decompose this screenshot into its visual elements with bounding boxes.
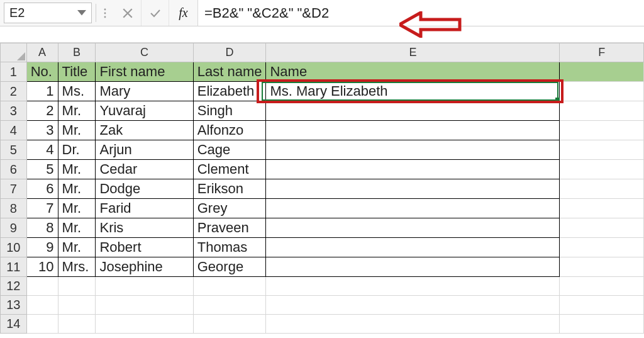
cell-A11[interactable]: 10 bbox=[26, 257, 58, 277]
cell-B3[interactable]: Mr. bbox=[58, 101, 96, 121]
cell-E12[interactable] bbox=[266, 277, 560, 296]
cell-A12[interactable] bbox=[26, 277, 58, 296]
select-all-button[interactable] bbox=[1, 43, 27, 62]
worksheet-grid[interactable]: A B C D E F 1 No. Title First name Last … bbox=[0, 43, 644, 334]
cell-F3[interactable] bbox=[560, 101, 644, 121]
cell-C2[interactable]: Mary bbox=[96, 82, 193, 101]
cell-A5[interactable]: 4 bbox=[26, 140, 58, 160]
cell-E7[interactable] bbox=[266, 179, 560, 199]
cell-A2[interactable]: 1 bbox=[26, 82, 58, 101]
cell-D5[interactable]: Cage bbox=[193, 140, 266, 160]
formula-bar-options-icon[interactable] bbox=[96, 0, 114, 26]
cell-D8[interactable]: Grey bbox=[193, 199, 266, 218]
cell-F6[interactable] bbox=[560, 160, 644, 179]
cell-F5[interactable] bbox=[560, 140, 644, 160]
cell-D11[interactable]: George bbox=[193, 257, 266, 277]
cell-D10[interactable]: Thomas bbox=[193, 238, 266, 257]
row-header-13[interactable]: 13 bbox=[1, 296, 27, 315]
cell-E2[interactable]: Ms. Mary Elizabeth bbox=[266, 82, 560, 101]
name-box-dropdown-icon[interactable] bbox=[77, 9, 86, 18]
row-header-3[interactable]: 3 bbox=[1, 101, 27, 121]
cell-B2[interactable]: Ms. bbox=[58, 82, 96, 101]
cell-D3[interactable]: Singh bbox=[193, 101, 266, 121]
cell-E8[interactable] bbox=[266, 199, 560, 218]
cell-E6[interactable] bbox=[266, 160, 560, 179]
cell-C3[interactable]: Yuvaraj bbox=[96, 101, 193, 121]
cell-D7[interactable]: Erikson bbox=[193, 179, 266, 199]
row-header-14[interactable]: 14 bbox=[1, 315, 27, 334]
row-header-10[interactable]: 10 bbox=[1, 238, 27, 257]
cancel-formula-button[interactable] bbox=[114, 0, 142, 26]
cell-F7[interactable] bbox=[560, 179, 644, 199]
cell-E13[interactable] bbox=[266, 296, 560, 315]
cell-F9[interactable] bbox=[560, 218, 644, 238]
cell-E3[interactable] bbox=[266, 101, 560, 121]
row-header-4[interactable]: 4 bbox=[1, 121, 27, 140]
cell-A10[interactable]: 9 bbox=[26, 238, 58, 257]
row-header-6[interactable]: 6 bbox=[1, 160, 27, 179]
row-header-7[interactable]: 7 bbox=[1, 179, 27, 199]
row-header-2[interactable]: 2 bbox=[1, 82, 27, 101]
cell-A13[interactable] bbox=[26, 296, 58, 315]
cell-C11[interactable]: Josephine bbox=[96, 257, 193, 277]
cell-B5[interactable]: Dr. bbox=[58, 140, 96, 160]
cell-A7[interactable]: 6 bbox=[26, 179, 58, 199]
cell-D6[interactable]: Clement bbox=[193, 160, 266, 179]
formula-input[interactable]: =B2&" "&C2&" "&D2 bbox=[198, 0, 644, 26]
cell-F1[interactable] bbox=[560, 62, 644, 82]
cell-A3[interactable]: 2 bbox=[26, 101, 58, 121]
cell-B10[interactable]: Mr. bbox=[58, 238, 96, 257]
enter-formula-button[interactable] bbox=[142, 0, 169, 26]
cell-F8[interactable] bbox=[560, 199, 644, 218]
cell-B1[interactable]: Title bbox=[58, 62, 96, 82]
cell-B14[interactable] bbox=[58, 315, 96, 334]
cell-F14[interactable] bbox=[560, 315, 644, 334]
col-header-D[interactable]: D bbox=[193, 43, 266, 62]
cell-C4[interactable]: Zak bbox=[96, 121, 193, 140]
row-header-9[interactable]: 9 bbox=[1, 218, 27, 238]
cell-C9[interactable]: Kris bbox=[96, 218, 193, 238]
row-header-11[interactable]: 11 bbox=[1, 257, 27, 277]
row-header-12[interactable]: 12 bbox=[1, 277, 27, 296]
row-header-1[interactable]: 1 bbox=[1, 62, 27, 82]
cell-A8[interactable]: 7 bbox=[26, 199, 58, 218]
cell-C6[interactable]: Cedar bbox=[96, 160, 193, 179]
cell-E9[interactable] bbox=[266, 218, 560, 238]
cell-C12[interactable] bbox=[96, 277, 193, 296]
col-header-A[interactable]: A bbox=[26, 43, 58, 62]
cell-A1[interactable]: No. bbox=[26, 62, 58, 82]
cell-A9[interactable]: 8 bbox=[26, 218, 58, 238]
cell-F4[interactable] bbox=[560, 121, 644, 140]
cell-D9[interactable]: Praveen bbox=[193, 218, 266, 238]
cell-D14[interactable] bbox=[193, 315, 266, 334]
cell-A4[interactable]: 3 bbox=[26, 121, 58, 140]
cell-E10[interactable] bbox=[266, 238, 560, 257]
cell-E5[interactable] bbox=[266, 140, 560, 160]
name-box[interactable]: E2 bbox=[4, 3, 92, 23]
cell-F11[interactable] bbox=[560, 257, 644, 277]
cell-D1[interactable]: Last name bbox=[193, 62, 266, 82]
cell-B8[interactable]: Mr. bbox=[58, 199, 96, 218]
col-header-E[interactable]: E bbox=[266, 43, 560, 62]
cell-B13[interactable] bbox=[58, 296, 96, 315]
cell-F13[interactable] bbox=[560, 296, 644, 315]
col-header-C[interactable]: C bbox=[96, 43, 193, 62]
cell-B6[interactable]: Mr. bbox=[58, 160, 96, 179]
cell-D4[interactable]: Alfonzo bbox=[193, 121, 266, 140]
cell-F12[interactable] bbox=[560, 277, 644, 296]
cell-C1[interactable]: First name bbox=[96, 62, 193, 82]
cell-C10[interactable]: Robert bbox=[96, 238, 193, 257]
row-header-5[interactable]: 5 bbox=[1, 140, 27, 160]
cell-F10[interactable] bbox=[560, 238, 644, 257]
col-header-F[interactable]: F bbox=[560, 43, 644, 62]
cell-C13[interactable] bbox=[96, 296, 193, 315]
row-header-8[interactable]: 8 bbox=[1, 199, 27, 218]
cell-B9[interactable]: Mr. bbox=[58, 218, 96, 238]
cell-E11[interactable] bbox=[266, 257, 560, 277]
cell-C7[interactable]: Dodge bbox=[96, 179, 193, 199]
cell-A6[interactable]: 5 bbox=[26, 160, 58, 179]
cell-B4[interactable]: Mr. bbox=[58, 121, 96, 140]
cell-D12[interactable] bbox=[193, 277, 266, 296]
cell-D2[interactable]: Elizabeth bbox=[193, 82, 266, 101]
cell-C14[interactable] bbox=[96, 315, 193, 334]
